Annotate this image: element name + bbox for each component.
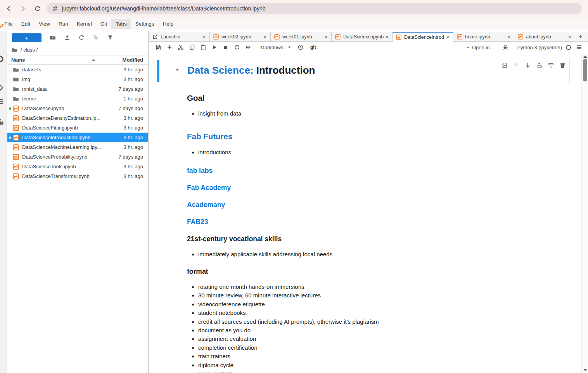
sort-ascending-icon[interactable] <box>91 58 96 62</box>
paste-cell-icon[interactable] <box>200 44 206 50</box>
file-row-datascience[interactable]: DataScience.ipynb 7 days ago <box>7 104 148 113</box>
kernel-name[interactable]: Python 3 (ipykernel) <box>517 45 562 50</box>
insert-cell-icon[interactable] <box>166 44 173 50</box>
cut-cell-icon[interactable] <box>178 44 184 50</box>
history-icon[interactable] <box>297 44 304 50</box>
breadcrumb[interactable]: / class / <box>7 45 148 55</box>
file-row-densityestimation[interactable]: DataScienceDensityEstimation.ip... 3 hr.… <box>7 113 148 123</box>
menu-run[interactable]: Run <box>54 19 73 29</box>
column-name[interactable]: Name <box>7 57 99 63</box>
tab-about[interactable]: about.ipynb × <box>514 32 575 41</box>
menu-git[interactable]: Git <box>96 19 111 29</box>
close-icon[interactable]: × <box>385 33 389 40</box>
heading-fab-academy-link[interactable]: Fab Academy <box>187 183 550 192</box>
extensions-panel-icon[interactable] <box>0 117 4 126</box>
file-row-fitting[interactable]: DataScienceFitting.ipynb 3 hr. ago <box>7 123 148 133</box>
browser-back-icon[interactable] <box>3 3 14 14</box>
column-modified[interactable]: Modified <box>99 57 148 63</box>
heading-fab-futures-link[interactable]: Fab Futures <box>187 131 550 142</box>
tab-home[interactable]: home.ipynb × <box>453 32 514 41</box>
vertical-scrollbar[interactable] <box>581 54 588 373</box>
jupyter-menubar: File Edit View Run Kernel Git Tabs Setti… <box>0 18 588 30</box>
cell-type-dropdown[interactable]: Markdown <box>260 45 292 50</box>
git-panel-icon[interactable] <box>0 55 4 63</box>
site-settings-icon[interactable] <box>52 5 58 12</box>
chevron-down-icon <box>287 45 292 50</box>
file-row-machinelearning[interactable]: DataScienceMachineLearning.ipy... 3 hr. … <box>7 142 148 152</box>
delete-cell-icon[interactable] <box>559 62 566 69</box>
kernel-running-dot <box>9 136 11 139</box>
heading-fab23-link[interactable]: FAB23 <box>187 218 550 226</box>
restart-run-all-icon[interactable] <box>245 44 251 50</box>
running-panel-icon[interactable] <box>0 83 4 92</box>
heading-fab-labs-link[interactable]: fab labs <box>187 166 550 175</box>
upload-icon[interactable] <box>64 35 70 41</box>
menu-help[interactable]: Help <box>158 19 178 29</box>
file-row-probability[interactable]: DataScienceProbability.ipynb 7 days ago <box>7 152 148 162</box>
move-cell-down-icon[interactable] <box>524 62 531 69</box>
scroll-up-icon[interactable] <box>583 55 587 58</box>
toolbar-menu-icon[interactable] <box>576 44 583 50</box>
kernel-status-icon[interactable] <box>566 45 571 50</box>
tab-week02[interactable]: week02.ipynb × <box>210 32 271 41</box>
close-icon[interactable]: × <box>324 33 328 40</box>
open-in-dropdown[interactable]: Open in... <box>465 45 494 50</box>
file-row-transforms[interactable]: DataScienceTransforms.ipynb 3 hr. ago <box>7 171 148 181</box>
close-icon[interactable]: × <box>263 33 267 40</box>
close-icon[interactable]: × <box>446 34 450 40</box>
copy-cell-icon[interactable] <box>189 44 195 50</box>
heading-academany-link[interactable]: Academany <box>187 200 550 209</box>
launcher-icon <box>152 34 158 40</box>
tab-week01[interactable]: week01.ipynb × <box>271 32 332 41</box>
menu-edit[interactable]: Edit <box>17 19 35 29</box>
tab-datascience[interactable]: DataScience.ipynb × <box>332 32 393 41</box>
tab-launcher[interactable]: Launcher × <box>149 32 210 41</box>
folder-icon <box>13 76 19 83</box>
insert-cell-below-icon[interactable] <box>548 62 554 69</box>
notebook-icon <box>13 173 19 180</box>
address-bar[interactable]: jupyter.fabcloud.org/user/wangdi-lhamo/l… <box>47 3 582 14</box>
close-icon[interactable]: × <box>568 33 571 40</box>
duplicate-cell-icon[interactable] <box>501 62 508 69</box>
scrollbar-thumb[interactable] <box>583 59 587 81</box>
title-link[interactable]: Data Science: <box>187 64 254 76</box>
scroll-down-icon[interactable] <box>583 369 587 371</box>
breadcrumb-path[interactable]: / class / <box>21 47 38 53</box>
debugger-icon[interactable] <box>502 44 508 50</box>
toc-panel-icon[interactable] <box>0 97 4 106</box>
menu-kernel[interactable]: Kernel <box>73 19 96 29</box>
file-row-datasets[interactable]: datasets 3 hr. ago <box>7 65 148 74</box>
file-row-tools[interactable]: DataScienceTools.ipynb 3 hr. ago <box>7 162 148 171</box>
file-row-introduction-selected[interactable]: DataScienceIntroduction.ipynb 3 hr. ago <box>7 133 148 142</box>
new-launcher-button[interactable]: + <box>12 33 42 42</box>
markdown-body: Goal insight from data Fab Futures intro… <box>187 93 550 373</box>
git-toolbar-button[interactable]: git <box>310 45 316 50</box>
filter-icon[interactable] <box>107 35 113 41</box>
main-area: Launcher × week02.ipynb × week01.ipynb ×… <box>149 31 588 373</box>
list-item: document as you do <box>198 326 550 335</box>
file-browser: + / class / Name Modified <box>7 31 149 373</box>
menu-view[interactable]: View <box>35 19 54 29</box>
close-icon[interactable]: × <box>202 33 206 40</box>
save-icon[interactable] <box>155 44 161 50</box>
file-row-mnist-data[interactable]: mnist_data 7 days ago <box>7 84 148 94</box>
collapse-cell-icon[interactable] <box>175 67 180 73</box>
menu-tabs[interactable]: Tabs <box>111 19 131 29</box>
browser-reload-icon[interactable] <box>31 3 43 14</box>
insert-cell-above-icon[interactable] <box>536 62 543 69</box>
menu-settings[interactable]: Settings <box>131 19 159 29</box>
browser-forward-icon[interactable] <box>17 3 29 14</box>
new-tab-button[interactable]: + <box>575 32 586 41</box>
git-clone-icon[interactable] <box>93 35 99 41</box>
move-cell-up-icon[interactable] <box>513 62 519 69</box>
refresh-icon[interactable] <box>78 35 85 41</box>
restart-kernel-icon[interactable] <box>234 44 240 50</box>
file-row-img[interactable]: img 3 hr. ago <box>7 74 148 84</box>
file-row-theme[interactable]: theme 1 hr. ago <box>7 94 148 104</box>
new-folder-icon[interactable] <box>50 35 56 41</box>
stop-kernel-icon[interactable] <box>223 44 229 50</box>
run-cell-icon[interactable] <box>211 44 218 50</box>
file-browser-toolbar: + <box>7 31 148 45</box>
tab-datascienceintroduction-active[interactable]: DataScienceIntrod × <box>393 32 453 42</box>
close-icon[interactable]: × <box>507 33 510 40</box>
